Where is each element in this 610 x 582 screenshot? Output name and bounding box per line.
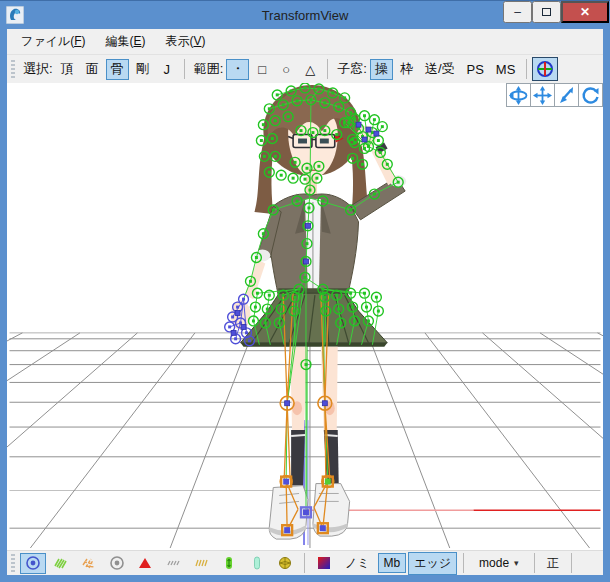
roll-view-button[interactable] [578,83,603,107]
close-button[interactable]: ✕ [561,1,609,23]
toolbar-separator [184,59,185,79]
range-triangle-button[interactable]: △ [299,59,321,80]
bone-capsule-green-icon [221,555,237,571]
bone-capsule-cyan-button[interactable] [244,553,270,574]
select-rigid-button[interactable]: 剛 [131,59,154,80]
select-face-button[interactable]: 面 [81,59,104,80]
scene-canvas [7,83,603,550]
joint-sphere-icon [277,555,293,571]
eye-left [298,139,307,144]
menu-view[interactable]: 表示(V) [155,29,215,54]
vertex-gray-icon [109,555,125,571]
view-controls [507,83,603,107]
chevron-down-icon: ▾ [514,558,519,568]
nomi-button[interactable]: ノミ [339,552,376,575]
material-gradient-button[interactable] [311,553,337,574]
edge-toggle-button[interactable]: エッジ [408,552,457,575]
range-circle-button[interactable]: ○ [275,59,297,80]
transform-view-window: TransformView – ✕ ファイル(F) 編集(E) 表示(V) 選択… [0,0,610,582]
select-joint-button[interactable]: J [156,59,178,80]
hatch-yellow-icon [193,555,209,571]
axis-compass-icon [536,60,554,78]
menu-edit[interactable]: 編集(E) [95,29,155,54]
select-bone-button[interactable]: 骨 [106,59,129,80]
maximize-button[interactable] [532,1,561,23]
subwindow-ps-button[interactable]: PS [462,59,489,80]
bottom-toolbar: ノミ Mb エッジ mode ▾ 正 [7,550,603,575]
vertex-display-button[interactable] [20,553,46,574]
hatch-gray-button[interactable] [160,553,186,574]
subwindow-operate-button[interactable]: 操 [370,59,393,80]
subwindow-label: 子窓: [337,60,367,78]
eye-right [320,139,329,144]
zoom-view-icon [557,86,576,105]
close-icon: ✕ [580,5,590,19]
toolbar-separator [526,59,527,79]
vertex-display-icon [25,555,41,571]
menu-file[interactable]: ファイル(F) [11,29,95,54]
main-toolbar: 選択: 頂 面 骨 剛 J 範囲: ・ □ ○ △ 子窓: 操 枠 送/受 PS… [7,55,603,83]
axis-compass-button[interactable] [532,57,558,81]
roll-view-icon [581,86,600,105]
select-label: 選択: [23,60,53,78]
pan-view-button[interactable] [530,83,555,107]
normal-mode-label: 正 [541,552,565,575]
maximize-icon [542,8,551,16]
sock-left [291,430,305,486]
range-rect-button[interactable]: □ [251,59,273,80]
bone-capsule-green-button[interactable] [216,553,242,574]
bottom-separator [463,553,464,573]
bottom-separator [304,553,305,573]
rigidbody-red-icon [137,555,153,571]
hatch-yellow-button[interactable] [188,553,214,574]
subwindow-frame-button[interactable]: 枠 [395,59,418,80]
mode-dropdown[interactable]: mode ▾ [470,553,528,573]
sock-stripe-left [291,435,305,436]
zoom-view-button[interactable] [554,83,579,107]
menu-bar: ファイル(F) 編集(E) 表示(V) [7,29,603,55]
orbit-rotate-icon [509,86,528,105]
range-label: 範囲: [194,60,224,78]
3d-viewport[interactable] [7,83,603,550]
bone-capsule-cyan-icon [249,555,265,571]
title-bar[interactable]: TransformView – ✕ [0,1,610,29]
toolbar-grip[interactable] [11,60,15,78]
minimize-button[interactable]: – [503,1,532,23]
softbody-orange-icon [81,555,97,571]
orbit-rotate-button[interactable] [506,83,531,107]
vertex-gray-button[interactable] [104,553,130,574]
bottom-toolbar-grip[interactable] [11,554,15,572]
range-point-button[interactable]: ・ [226,59,249,80]
toolbar-separator [327,59,328,79]
material-gradient-icon [316,555,332,571]
select-vertex-button[interactable]: 頂 [56,59,79,80]
subwindow-ms-button[interactable]: MS [491,59,521,80]
pan-view-icon [533,86,552,105]
softbody-green-button[interactable] [48,553,74,574]
subwindow-sendreceive-button[interactable]: 送/受 [420,59,460,80]
softbody-orange-button[interactable] [76,553,102,574]
rigidbody-red-button[interactable] [132,553,158,574]
bottom-separator [571,553,572,573]
window-bottom-border [0,575,610,582]
hatch-gray-icon [165,555,181,571]
mb-toggle-button[interactable]: Mb [378,553,407,573]
bottom-separator [534,553,535,573]
joint-sphere-button[interactable] [272,553,298,574]
skirt-hem [241,343,388,347]
softbody-green-icon [53,555,69,571]
